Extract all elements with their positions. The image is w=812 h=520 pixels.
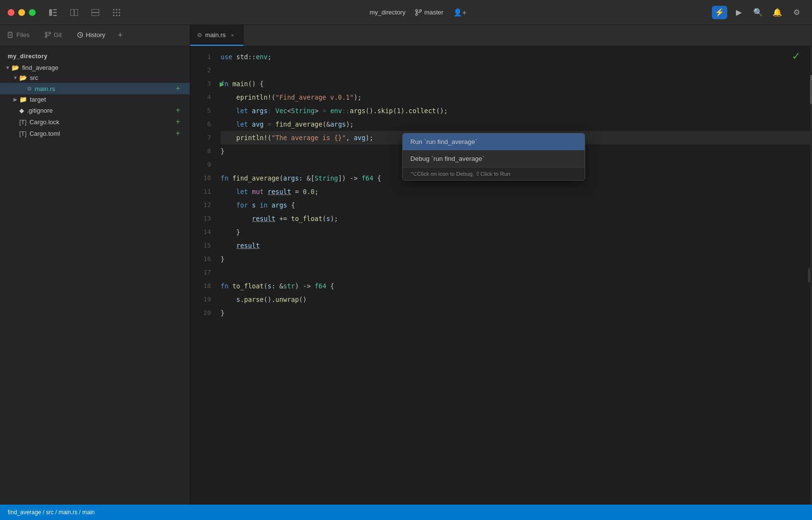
svg-rect-21	[8, 32, 12, 38]
notifications-button[interactable]: 🔔	[770, 6, 785, 19]
folder-label: find_average	[22, 64, 186, 71]
code-line-12: for s in args {	[221, 198, 812, 212]
traffic-lights	[8, 9, 36, 16]
code-line-3: fn main() {	[221, 77, 812, 91]
svg-point-25	[45, 36, 47, 38]
main-layout: my_directory ▼ 📂 find_average ▼ 📂 src ⚙ …	[0, 46, 812, 505]
editor-tab-label: main.rs	[205, 31, 226, 39]
branch-selector[interactable]: master	[415, 9, 444, 16]
svg-point-18	[416, 13, 418, 15]
toml-file-icon: [T]	[19, 118, 26, 126]
code-editor[interactable]: 1 2 3 4 5 6 7 8 9 10 11 12 13 14 15 16 1	[190, 46, 812, 505]
toml-file-icon: [T]	[19, 130, 26, 137]
code-line-13: result += to_float(s);	[221, 212, 812, 225]
rust-file-icon: ⚙	[197, 32, 202, 39]
add-collaborator-button[interactable]: 👤+	[453, 8, 467, 17]
context-menu-item-run[interactable]: Run `run find_average`	[403, 133, 585, 150]
tab-git[interactable]: Git	[37, 25, 69, 46]
tree-item-find-average[interactable]: ▼ 📂 find_average	[0, 63, 190, 73]
svg-rect-1	[53, 9, 57, 10]
editor-area: ✓ 1 2 3 4 5 6 7 8 9 10 11 12 13 14	[190, 46, 812, 505]
scrollbar-indicator-line	[808, 268, 810, 283]
code-content[interactable]: use std::env; fn main() { eprintln!("Fin…	[217, 46, 812, 505]
sidebar-root-label: my_directory	[0, 50, 190, 63]
file-label: main.rs	[35, 85, 176, 92]
svg-point-26	[49, 32, 51, 34]
svg-point-14	[113, 14, 115, 16]
code-line-2	[221, 64, 812, 77]
close-button[interactable]	[8, 9, 14, 16]
run-gutter-button[interactable]: ▶	[217, 77, 227, 91]
sidebar-toggle-button[interactable]	[45, 6, 61, 19]
breadcrumb-text: find_average / src / main.rs / main	[8, 509, 95, 516]
code-line-1: use std::env;	[221, 50, 812, 64]
folder-label: src	[30, 74, 186, 81]
branch-icon	[415, 9, 422, 16]
tree-item-target[interactable]: ▶ 📁 target	[0, 94, 190, 104]
svg-point-12	[116, 12, 118, 13]
grid-button[interactable]	[109, 6, 124, 19]
svg-rect-2	[53, 12, 57, 13]
minimize-button[interactable]	[18, 9, 25, 16]
modified-badge: +	[176, 117, 180, 126]
folder-label: target	[30, 96, 186, 103]
svg-line-30	[80, 35, 81, 36]
files-icon	[8, 32, 14, 38]
tree-item-cargo-toml[interactable]: [T] Cargo.toml +	[0, 128, 190, 139]
vertical-scrollbar[interactable]	[810, 46, 812, 505]
sidebar-tabs: Files Git History +	[0, 25, 190, 46]
breadcrumb: find_average / src / main.rs / main	[8, 509, 95, 516]
file-label: .gitignore	[27, 107, 176, 114]
svg-point-15	[116, 14, 118, 16]
tree-item-main-rs[interactable]: ⚙ main.rs +	[0, 83, 190, 94]
tree-item-cargo-lock[interactable]: [T] Cargo.lock +	[0, 116, 190, 128]
split-view-button[interactable]	[88, 6, 103, 19]
svg-point-17	[416, 10, 418, 12]
rust-icon: ⚙	[27, 86, 32, 92]
svg-point-24	[45, 32, 47, 34]
tabbar: Files Git History + ⚙ main.rs ×	[0, 25, 812, 46]
code-line-19: s.parse().unwrap()	[221, 293, 812, 306]
context-menu: Run `run find_average` Debug `run find_a…	[402, 133, 585, 181]
svg-point-9	[116, 9, 118, 10]
editor-tab-main-rs[interactable]: ⚙ main.rs ×	[190, 25, 244, 46]
git-icon	[45, 32, 51, 38]
tab-files[interactable]: Files	[0, 25, 37, 46]
tab-git-label: Git	[53, 31, 62, 39]
tree-item-src[interactable]: ▼ 📂 src	[0, 73, 190, 83]
new-tab-button[interactable]: +	[113, 25, 128, 46]
svg-point-8	[113, 9, 115, 10]
layout-toggle-button[interactable]	[66, 6, 82, 19]
code-line-20: }	[221, 306, 812, 320]
settings-button[interactable]: ⚙	[789, 6, 804, 19]
titlebar-center: my_directory master 👤+	[130, 8, 706, 17]
tree-item-gitignore[interactable]: ◆ .gitignore +	[0, 104, 190, 116]
file-label: Cargo.lock	[29, 118, 175, 126]
folder-open-icon: 📂	[12, 64, 19, 71]
history-icon	[77, 32, 83, 38]
tab-history[interactable]: History	[69, 25, 113, 46]
tab-close-button[interactable]: ×	[229, 31, 236, 39]
statusbar: find_average / src / main.rs / main	[0, 505, 812, 520]
code-line-14: }	[221, 225, 812, 239]
git-file-icon: ◆	[19, 107, 24, 114]
search-button[interactable]: 🔍	[750, 6, 766, 19]
svg-point-13	[119, 12, 120, 13]
code-line-11: let mut result = 0.0;	[221, 185, 812, 198]
svg-rect-0	[49, 9, 52, 16]
modified-badge: +	[176, 129, 180, 138]
svg-point-19	[419, 10, 421, 12]
folder-closed-icon: 📁	[19, 96, 27, 103]
context-menu-hint: ⌥Click on icon to Debug, ⇧Click to Run	[403, 167, 585, 180]
svg-rect-3	[53, 15, 57, 16]
lightning-button[interactable]: ⚡	[712, 6, 727, 19]
tab-files-label: Files	[16, 31, 29, 39]
context-menu-item-debug[interactable]: Debug `run find_average`	[403, 150, 585, 167]
fullscreen-button[interactable]	[29, 9, 36, 16]
run-button[interactable]: ▶	[731, 6, 747, 19]
code-line-6: let avg = find_average(&args);	[221, 117, 812, 131]
titlebar: my_directory master 👤+ ⚡ ▶ 🔍 🔔 ⚙	[0, 0, 812, 25]
chevron-right-icon: ▶	[12, 97, 19, 102]
editor-tabs: ⚙ main.rs ×	[190, 25, 812, 46]
code-line-15: result	[221, 239, 812, 252]
